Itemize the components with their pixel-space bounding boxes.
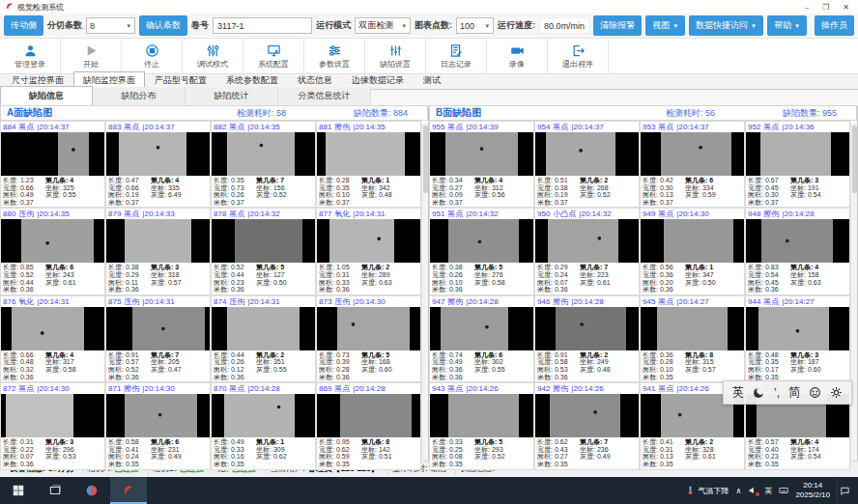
defect-cell[interactable]: 869 黑点 20:14:28 长度: 0.95 宽度: 0.62 面积: 0.… (316, 382, 421, 469)
keyboard-icon[interactable] (779, 486, 788, 495)
maximize-button[interactable]: ❐ (822, 3, 829, 12)
defect-cell[interactable]: 944 黑点 20:14:27 长度: 0.48 宽度: 0.35 面积: 0.… (745, 295, 850, 382)
defect-cell[interactable]: 877 氧化 20:14:31 长度: 1.05 宽度: 0.31 面积: 0.… (316, 208, 421, 294)
tray-expand-arrow[interactable]: ∧ (736, 487, 742, 495)
toolbar-action-button[interactable]: 停止 (122, 39, 183, 73)
ime-english-toggle[interactable]: 英 (732, 384, 744, 401)
defect-cell[interactable]: 882 黑点 20:14:35 长度: 0.35 宽度: 0.73 面积: 0.… (211, 121, 316, 208)
moon-icon[interactable] (753, 386, 765, 399)
defect-cell[interactable]: 951 黑点 20:14:32 长度: 0.38 宽度: 0.26 面积: 0.… (429, 208, 534, 294)
app-logo-icon (5, 2, 14, 12)
volume-icon[interactable] (748, 486, 758, 495)
defect-coordinate: 231 (168, 446, 180, 453)
defect-cell[interactable]: 955 黑点 20:14:39 长度: 0.34 宽度: 0.27 面积: 0.… (429, 121, 534, 208)
gear-icon[interactable] (830, 386, 843, 399)
defect-cell[interactable]: 883 黑点 20:14:37 长度: 0.47 宽度: 0.66 面积: 0.… (105, 121, 211, 208)
defect-cell[interactable]: 946 擦伤 20:14:28 长度: 0.91 宽度: 0.58 面积: 0.… (534, 295, 640, 382)
defect-time: 20:14:31 (37, 297, 69, 306)
defect-id: 947 (432, 297, 444, 306)
defect-cell[interactable]: 943 黑点 20:14:26 长度: 0.33 宽度: 0.25 面积: 0.… (429, 382, 534, 469)
operator-button[interactable]: 操作员 (815, 15, 854, 36)
defect-coordinate: 315 (702, 358, 714, 365)
defect-cell[interactable]: 948 擦伤 20:14:28 长度: 0.83 宽度: 0.54 面积: 0.… (745, 208, 850, 294)
defect-coordinate: 236 (597, 446, 609, 453)
defect-cell[interactable]: 876 氧化 20:14:31 长度: 0.66 宽度: 0.48 面积: 0.… (0, 295, 105, 382)
defect-strip-index: 4 (815, 438, 818, 445)
defect-meter: 0.37 (336, 199, 350, 206)
defect-coordinate: 293 (492, 446, 503, 453)
defect-cell[interactable]: 880 压伤 20:14:35 长度: 0.85 宽度: 0.52 面积: 0.… (0, 208, 105, 294)
defect-cell[interactable]: 879 黑点 20:14:33 长度: 0.38 宽度: 0.29 面积: 0.… (105, 208, 211, 294)
equalizer-icon (388, 42, 403, 58)
defect-gray-level: 0.52 (273, 191, 287, 198)
defect-gray-level: 0.56 (492, 191, 505, 198)
toolbar-action-button[interactable]: 调试模式 (183, 39, 243, 73)
toolbar-action-button[interactable]: 日志记录 (426, 39, 487, 73)
toolbar-action-button[interactable]: 退出程序 (548, 39, 609, 73)
weather-tray-item[interactable]: 气温下降 (685, 485, 729, 497)
defect-length: 0.51 (555, 177, 568, 183)
defect-meter: 0.37 (765, 199, 779, 206)
defect-gray-level: 0.50 (273, 279, 287, 286)
toolbar-action-button[interactable]: 开始 (61, 39, 122, 73)
run-mode-select[interactable]: 双面检测▼ (355, 17, 411, 34)
quick-data-menu-button[interactable]: 数据快捷访问▼ (689, 15, 763, 36)
defect-cell[interactable]: 954 黑点 20:14:37 长度: 0.51 宽度: 0.38 面积: 0.… (534, 121, 640, 208)
task-view-button[interactable] (37, 477, 73, 504)
chart-points-select[interactable]: 100▼ (456, 17, 494, 34)
defect-type: 擦伤 (553, 296, 568, 307)
toolbar-action-button[interactable]: 系统配置 (243, 39, 304, 73)
panel-a-scrollbar[interactable] (421, 124, 428, 461)
defect-coordinate: 296 (63, 446, 74, 453)
clear-alarm-button[interactable]: 清除报警 (593, 15, 642, 36)
defect-cell[interactable]: 870 黑点 20:14:28 长度: 0.49 宽度: 0.33 面积: 0.… (211, 382, 316, 469)
defect-width: 0.38 (555, 184, 568, 191)
active-app-icon[interactable] (110, 477, 147, 504)
start-button[interactable] (0, 477, 37, 504)
subtab-2[interactable]: 缺陷统计 (186, 87, 278, 105)
defect-cell[interactable]: 950 小凸点 20:14:32 长度: 0.29 宽度: 0.24 面积: 0… (534, 208, 640, 294)
pinned-app-icon[interactable] (73, 477, 110, 504)
defect-cell[interactable]: 945 黑点 20:14:27 长度: 0.36 宽度: 0.28 面积: 0.… (640, 295, 745, 382)
defect-image (106, 132, 210, 176)
defect-cell[interactable]: 942 擦伤 20:14:26 长度: 0.62 宽度: 0.43 面积: 0.… (534, 382, 640, 469)
ime-punctuation-toggle[interactable]: ’, (774, 386, 780, 400)
tab-6[interactable]: 测试 (414, 71, 450, 89)
roll-number-input[interactable]: 3117-1 (213, 17, 312, 34)
ime-indicator[interactable]: 英 (764, 486, 772, 496)
help-menu-button[interactable]: 帮助▼ (767, 15, 807, 36)
defect-coordinate: 312 (492, 184, 503, 191)
defect-cell[interactable]: 871 擦伤 20:14:30 长度: 0.58 宽度: 0.41 面积: 0.… (105, 382, 211, 469)
subtab-1[interactable]: 缺陷分布 (93, 87, 186, 105)
toolbar-action-button[interactable]: 参数设置 (304, 39, 365, 73)
defect-cell[interactable]: 884 黑点 20:14:37 长度: 1.23 宽度: 0.66 面积: 0.… (0, 121, 105, 208)
defect-cell[interactable]: 878 黑点 20:14:32 长度: 0.52 宽度: 0.44 面积: 0.… (211, 208, 316, 294)
defect-cell[interactable]: 947 擦伤 20:14:28 长度: 0.74 宽度: 0.49 面积: 0.… (429, 295, 534, 382)
defect-cell[interactable]: 881 擦伤 20:14:35 长度: 0.28 宽度: 0.35 面积: 0.… (316, 121, 421, 208)
toolbar-action-button[interactable]: 管理登录 (0, 39, 61, 73)
close-button[interactable]: ✕ (843, 3, 849, 12)
minimize-button[interactable]: – (805, 3, 809, 12)
toolbar-action-button[interactable]: 录像 (487, 39, 548, 73)
taskbar-clock[interactable]: 20:142025/2/10 (795, 481, 830, 500)
defect-cell[interactable]: 872 黑点 20:14:30 长度: 0.31 宽度: 0.22 面积: 0.… (0, 382, 105, 469)
defect-cell[interactable]: 953 黑点 20:14:37 长度: 0.42 宽度: 0.30 面积: 0.… (640, 121, 745, 208)
smiley-icon[interactable] (809, 386, 821, 399)
confirm-count-button[interactable]: 确认条数 (139, 15, 187, 36)
subtab-3[interactable]: 分类信息统计 (278, 87, 371, 105)
defect-image (1, 394, 104, 437)
ime-simplified-toggle[interactable]: 简 (788, 384, 800, 401)
toolbar-action-button[interactable]: 缺陷设置 (365, 39, 426, 73)
defect-cell[interactable]: 949 黑点 20:14:30 长度: 0.56 宽度: 0.36 面积: 0.… (640, 208, 745, 294)
drive-side-button[interactable]: 传动侧 (4, 15, 43, 36)
defect-cell[interactable]: 874 压伤 20:14:31 长度: 0.44 宽度: 0.26 面积: 0.… (211, 295, 316, 382)
defect-cell[interactable]: 875 压伤 20:14:31 长度: 0.91 宽度: 0.57 面积: 0.… (105, 295, 211, 382)
view-menu-button[interactable]: 视图▼ (645, 15, 685, 36)
notification-center-button[interactable] (837, 477, 852, 504)
slit-count-select[interactable]: 8▼ (86, 17, 135, 34)
defect-cell[interactable]: 873 压伤 20:14:30 长度: 0.73 宽度: 0.39 面积: 0.… (316, 295, 421, 382)
subtab-0[interactable]: 缺陷信息 (0, 86, 93, 105)
panel-b-scrollbar[interactable] (850, 124, 857, 461)
defect-cell[interactable]: 952 黑点 20:14:36 长度: 0.67 宽度: 0.45 面积: 0.… (745, 121, 850, 208)
window-title: 视觉检测系统 (17, 2, 64, 13)
